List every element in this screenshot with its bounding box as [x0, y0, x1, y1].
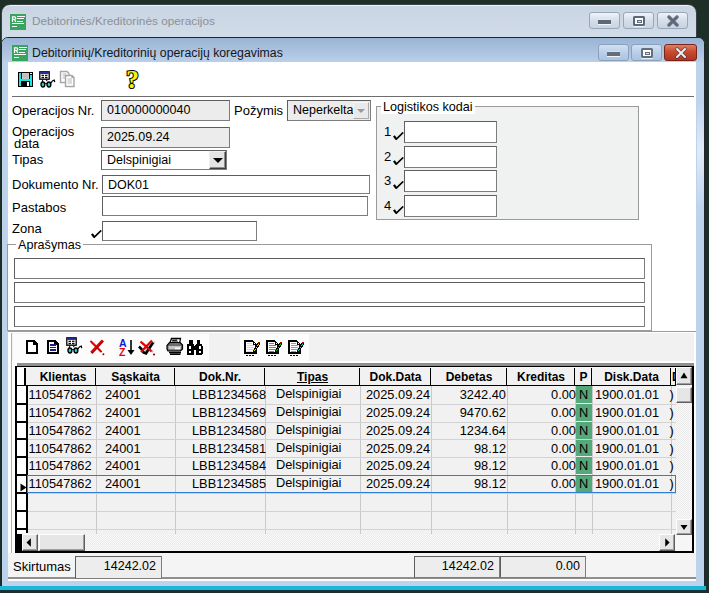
- svg-text:Z: Z: [119, 346, 126, 357]
- svg-text:?: ?: [126, 67, 139, 91]
